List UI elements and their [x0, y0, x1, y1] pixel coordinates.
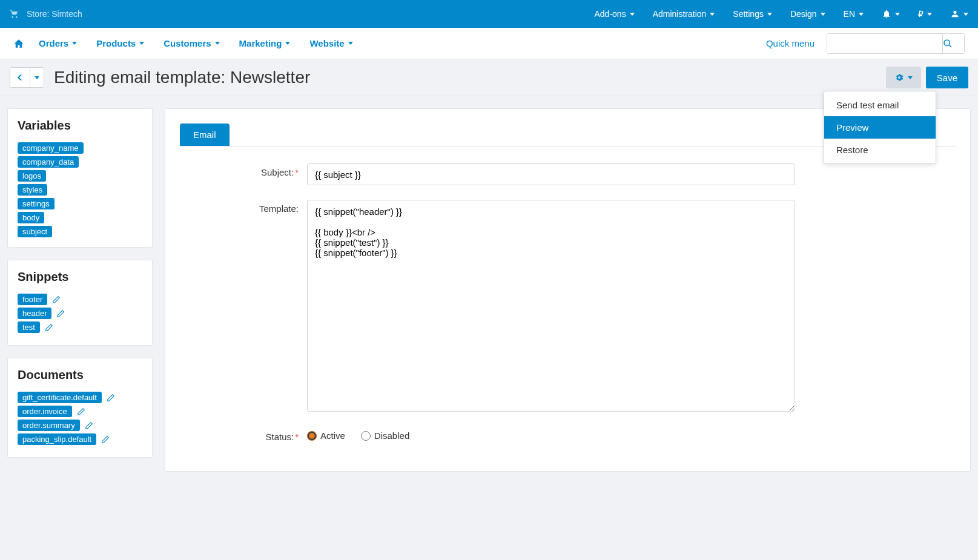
- caret-down-icon: [710, 13, 715, 16]
- document-tag[interactable]: order.invoice: [18, 406, 72, 417]
- cart-icon: [10, 9, 19, 19]
- subject-label: Subject:*: [180, 163, 307, 177]
- quick-menu[interactable]: Quick menu: [766, 38, 814, 48]
- dropdown-send-test-email[interactable]: Send test email: [824, 94, 936, 116]
- snippet-tag[interactable]: header: [18, 308, 51, 319]
- search-button[interactable]: [942, 34, 964, 53]
- caret-down-icon: [630, 13, 635, 16]
- subject-input[interactable]: [307, 163, 795, 185]
- menubar: Orders Products Customers Marketing Webs…: [0, 28, 978, 59]
- topbar-notifications[interactable]: [882, 9, 900, 19]
- save-button[interactable]: Save: [926, 67, 968, 88]
- topbar-user[interactable]: [950, 9, 968, 19]
- topbar-settings[interactable]: Settings: [733, 9, 772, 19]
- variable-tag[interactable]: subject: [18, 226, 52, 237]
- edit-icon[interactable]: [107, 394, 115, 402]
- documents-panel: Documents gift_certificate.defaultorder.…: [7, 358, 153, 458]
- variable-tag[interactable]: settings: [18, 198, 55, 209]
- status-disabled[interactable]: Disabled: [361, 430, 409, 441]
- menu-customers[interactable]: Customers: [164, 38, 219, 48]
- svg-line-1: [949, 45, 951, 47]
- back-dropdown-button[interactable]: [30, 67, 44, 88]
- menu-products[interactable]: Products: [96, 38, 144, 48]
- sidebar: Variables company_namecompany_datalogoss…: [7, 108, 153, 458]
- template-label: Template:: [180, 200, 307, 214]
- caret-down-icon: [859, 13, 864, 16]
- menu-website[interactable]: Website: [309, 38, 352, 48]
- edit-icon[interactable]: [85, 421, 93, 430]
- edit-icon[interactable]: [52, 295, 61, 304]
- status-active[interactable]: Active: [307, 430, 345, 441]
- topbar-language[interactable]: EN: [844, 9, 864, 19]
- variable-tag[interactable]: company_data: [18, 156, 79, 168]
- topbar: Store: Simtech Add-ons Administration Se…: [0, 0, 978, 28]
- caret-down-icon: [927, 13, 932, 16]
- variable-tag[interactable]: company_name: [18, 142, 84, 154]
- edit-icon[interactable]: [56, 309, 65, 318]
- topbar-administration[interactable]: Administration: [653, 9, 715, 19]
- menu-orders[interactable]: Orders: [39, 38, 77, 48]
- status-label: Status:*: [180, 428, 307, 442]
- gear-dropdown: Send test email Preview Restore: [824, 91, 936, 164]
- titlebar: Editing email template: Newsletter Save …: [0, 59, 978, 96]
- gear-menu-button[interactable]: [886, 67, 921, 88]
- document-tag[interactable]: packing_slip.default: [18, 433, 96, 445]
- caret-down-icon: [963, 13, 968, 16]
- snippets-title: Snippets: [18, 270, 142, 284]
- topbar-addons[interactable]: Add-ons: [595, 9, 635, 19]
- variable-tag[interactable]: styles: [18, 184, 47, 196]
- topbar-design[interactable]: Design: [790, 9, 825, 19]
- edit-icon[interactable]: [45, 323, 53, 332]
- store-label[interactable]: Store: Simtech: [27, 9, 82, 19]
- template-textarea[interactable]: [307, 200, 795, 412]
- caret-down-icon: [895, 13, 900, 16]
- variables-panel: Variables company_namecompany_datalogoss…: [7, 108, 153, 248]
- page-title: Editing email template: Newsletter: [54, 68, 310, 87]
- document-tag[interactable]: gift_certificate.default: [18, 392, 102, 403]
- menu-marketing[interactable]: Marketing: [239, 38, 291, 48]
- topbar-currency[interactable]: ₽: [918, 9, 932, 19]
- back-button[interactable]: [10, 67, 30, 88]
- variable-tag[interactable]: body: [18, 212, 44, 223]
- dropdown-restore[interactable]: Restore: [824, 139, 936, 161]
- snippet-tag[interactable]: test: [18, 321, 40, 333]
- documents-title: Documents: [18, 368, 142, 382]
- variable-tag[interactable]: logos: [18, 170, 46, 182]
- home-icon[interactable]: [13, 38, 24, 49]
- edit-icon[interactable]: [101, 435, 110, 444]
- tab-email[interactable]: Email: [180, 124, 230, 146]
- snippets-panel: Snippets footerheadertest: [7, 260, 153, 346]
- edit-icon[interactable]: [77, 407, 85, 416]
- variables-title: Variables: [18, 119, 142, 133]
- caret-down-icon: [821, 13, 825, 16]
- document-tag[interactable]: order.summary: [18, 420, 80, 431]
- dropdown-preview[interactable]: Preview: [824, 116, 936, 139]
- snippet-tag[interactable]: footer: [18, 294, 47, 305]
- search-input[interactable]: [827, 34, 942, 53]
- caret-down-icon: [767, 13, 772, 16]
- svg-point-0: [944, 40, 950, 45]
- search-box: [827, 33, 965, 54]
